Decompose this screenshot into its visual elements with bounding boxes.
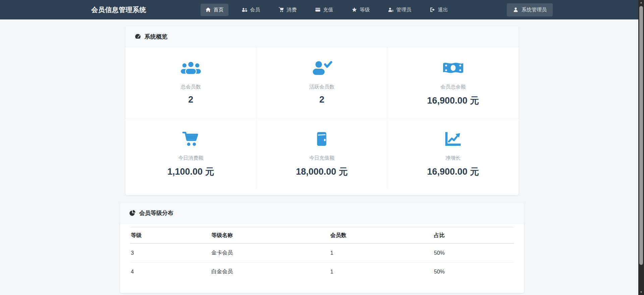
- scroll-down-icon[interactable]: ▼: [638, 290, 644, 295]
- money-bill-icon: [442, 60, 464, 76]
- table-cell: 1: [330, 243, 433, 262]
- stat-tile: 今日充值额 18,000.00 元: [257, 118, 388, 189]
- stat-label: 总会员数: [181, 84, 201, 90]
- stat-tile: 总会员数 2: [125, 47, 257, 118]
- table-cell: 50%: [433, 262, 514, 281]
- main-content: 系统概览 总会员数 2 活跃会员数 2 会员总余额 16,900.00 元 今日…: [120, 26, 524, 293]
- scroll-up-icon[interactable]: ▲: [638, 0, 644, 5]
- stat-label: 今日消费额: [178, 155, 203, 161]
- nav-menu: 首页 会员 消费 充值 等级 管理员 退出: [146, 4, 507, 16]
- nav-item-logout[interactable]: 退出: [425, 4, 453, 16]
- column-header: 等级名称: [211, 227, 330, 244]
- stat-tile: 净增长 16,900.00 元: [387, 118, 519, 189]
- user-check-icon: [311, 60, 332, 76]
- nav-item-admin[interactable]: 管理员: [383, 4, 416, 16]
- stat-value: 2: [188, 95, 193, 105]
- stat-value: 16,900.00 元: [427, 95, 479, 107]
- level-distribution-table: 等级等级名称会员数占比 3金卡会员150%4白金会员150%: [130, 227, 514, 281]
- wallet-icon: [311, 131, 332, 147]
- table-body: 3金卡会员150%4白金会员150%: [130, 243, 514, 281]
- stat-label: 净增长: [445, 155, 461, 161]
- level-icon: [352, 7, 357, 12]
- user-menu-label: 系统管理员: [522, 7, 547, 13]
- table-cell: 金卡会员: [211, 243, 330, 262]
- scrollbar[interactable]: ▲ ▼: [638, 0, 644, 295]
- stat-value: 2: [319, 95, 324, 105]
- nav-item-recharge[interactable]: 充值: [310, 4, 338, 16]
- user-menu-button[interactable]: 系统管理员: [507, 3, 553, 16]
- stat-tile: 活跃会员数 2: [257, 47, 388, 118]
- level-distribution-card: 会员等级分布 等级等级名称会员数占比 3金卡会员150%4白金会员150%: [120, 202, 524, 293]
- nav-item-level[interactable]: 等级: [347, 4, 375, 16]
- table-row: 4白金会员150%: [130, 262, 514, 281]
- overview-card: 系统概览 总会员数 2 活跃会员数 2 会员总余额 16,900.00 元 今日…: [125, 26, 519, 195]
- nav-item-home[interactable]: 首页: [201, 4, 228, 16]
- recharge-icon: [315, 7, 321, 12]
- navbar-inner: 会员信息管理系统 首页 会员 消费 充值 等级 管理员 退出 系统管理员: [91, 0, 553, 19]
- members-icon: [242, 7, 248, 12]
- app-title: 会员信息管理系统: [91, 5, 146, 14]
- stat-value: 16,900.00 元: [427, 166, 479, 178]
- user-icon: [513, 7, 519, 12]
- distribution-card-body: 等级等级名称会员数占比 3金卡会员150%4白金会员150%: [120, 224, 524, 293]
- stat-tile: 今日消费额 1,100.00 元: [125, 118, 257, 189]
- table-cell: 4: [130, 262, 211, 281]
- stat-label: 活跃会员数: [309, 84, 334, 90]
- table-cell: 1: [330, 262, 433, 281]
- stat-value: 18,000.00 元: [296, 166, 348, 178]
- consume-icon: [278, 7, 284, 12]
- stat-value: 1,100.00 元: [167, 166, 214, 178]
- stat-tile: 会员总余额 16,900.00 元: [387, 47, 519, 118]
- distribution-title: 会员等级分布: [139, 209, 173, 217]
- chart-line-icon: [442, 131, 464, 147]
- pie-chart-icon: [129, 210, 136, 216]
- home-icon: [205, 7, 211, 12]
- column-header: 占比: [433, 227, 514, 244]
- stat-label: 会员总余额: [440, 84, 466, 90]
- table-row: 3金卡会员150%: [130, 243, 514, 262]
- stats-grid: 总会员数 2 活跃会员数 2 会员总余额 16,900.00 元 今日消费额 1…: [125, 47, 519, 189]
- admin-icon: [388, 7, 394, 12]
- scrollbar-thumb[interactable]: [639, 6, 643, 265]
- nav-item-consume[interactable]: 消费: [274, 4, 302, 16]
- tachometer-icon: [135, 34, 141, 40]
- navbar: 会员信息管理系统 首页 会员 消费 充值 等级 管理员 退出 系统管理员: [0, 0, 644, 19]
- table-cell: 白金会员: [211, 262, 330, 281]
- overview-title: 系统概览: [145, 33, 167, 41]
- nav-item-members[interactable]: 会员: [237, 4, 265, 16]
- distribution-card-header: 会员等级分布: [120, 202, 524, 224]
- shopping-cart-icon: [180, 131, 202, 147]
- overview-card-header: 系统概览: [125, 26, 519, 47]
- column-header: 会员数: [330, 227, 433, 244]
- column-header: 等级: [130, 227, 211, 244]
- users-group-icon: [180, 60, 202, 76]
- table-cell: 3: [130, 243, 211, 262]
- table-header-row: 等级等级名称会员数占比: [130, 227, 514, 244]
- stat-label: 今日充值额: [309, 155, 334, 161]
- table-cell: 50%: [433, 243, 514, 262]
- logout-icon: [430, 7, 435, 12]
